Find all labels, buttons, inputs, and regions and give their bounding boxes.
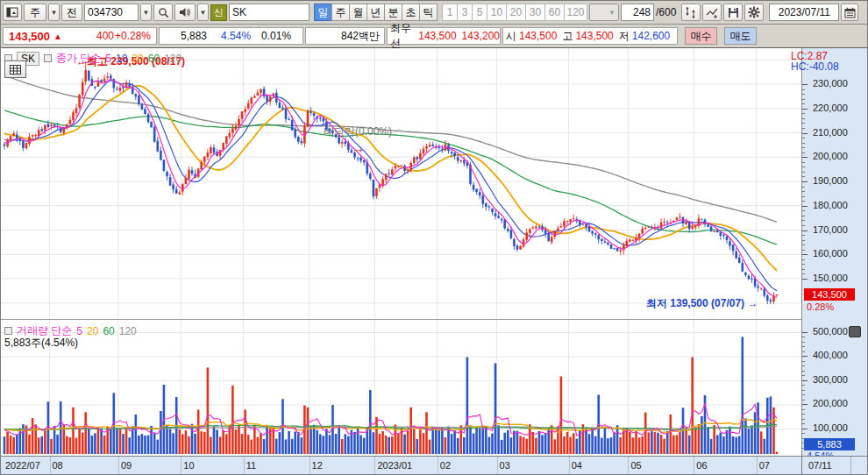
date-input[interactable]: 2023/07/11 [769, 4, 839, 21]
period-button-틱[interactable]: 틱 [419, 4, 438, 21]
price-axis-label: 180,000 [813, 200, 848, 210]
vol-ma60: 60 [103, 325, 114, 337]
custom-period-select[interactable]: ▼ [589, 4, 619, 21]
volume-axis-minor-tick [802, 342, 805, 343]
candles [4, 61, 779, 305]
price-axis-minor-tick [802, 118, 805, 119]
buy-button[interactable]: 매수 [685, 27, 717, 45]
volume-axis-minor-tick [802, 419, 805, 420]
volume-value: 5,883 [181, 30, 207, 42]
legend-checkbox-icon[interactable] [44, 54, 52, 62]
volume-settings-icon[interactable] [849, 326, 861, 337]
price-legend: SK 종가 단순 5 10 20 60 120 [4, 51, 181, 66]
legend-checkbox-icon[interactable] [4, 327, 12, 335]
sell-button[interactable]: 매도 [724, 27, 757, 45]
volume-axis-label: 100,000 [813, 422, 848, 433]
date-axis-separator [497, 457, 498, 475]
chart-grid-tool-button[interactable] [4, 60, 26, 78]
volume-axis-minor-tick [802, 365, 805, 366]
stock-code-input[interactable]: 034730 [84, 4, 139, 21]
lowest-price-annotation: 최저 139,500 (07/07) → [646, 296, 758, 311]
price-axis-minor-tick [802, 225, 805, 226]
price-axis-label: 190,000 [813, 175, 848, 186]
minute-button-120[interactable]: 120 [564, 4, 587, 21]
stock-chart-window: 주 ▼ 전 034730 ▼ ▼ 신 SK 일주월년분초틱 1351020306… [0, 0, 868, 475]
minute-button-30[interactable]: 30 [525, 4, 545, 21]
price-axis-label: 170,000 [813, 224, 848, 235]
price-axis-minor-tick [802, 99, 805, 100]
period-button-월[interactable]: 월 [349, 4, 367, 21]
price-axis-minor-tick [802, 210, 805, 211]
settings-gear-icon[interactable] [744, 4, 764, 21]
price-axis-tick [802, 84, 808, 85]
price-axis-minor-tick [802, 216, 805, 216]
minute-button-60[interactable]: 60 [544, 4, 565, 21]
date-axis-label-06: 06 [696, 460, 707, 471]
minute-button-5[interactable]: 5 [472, 4, 487, 21]
vol-ma120: 120 [119, 325, 137, 337]
minute-button-20[interactable]: 20 [506, 4, 526, 21]
volume-axis-minor-tick [802, 423, 805, 424]
price-axis-minor-tick [802, 245, 805, 245]
date-axis-separator [309, 457, 310, 475]
legend-ma10: 10 [116, 53, 127, 65]
up-arrow-icon: ▲ [53, 32, 62, 41]
minute-button-3[interactable]: 3 [457, 4, 473, 21]
price-axis-minor-tick [802, 89, 805, 90]
minute-button-1[interactable]: 1 [442, 4, 458, 21]
stock-type-button[interactable]: 주 [24, 4, 46, 21]
speaker-dropdown-icon[interactable]: ▼ [197, 4, 209, 21]
chart-area[interactable]: SK 종가 단순 5 10 20 60 120 ←최고 239,500 (08/… [1, 48, 868, 475]
price-axis-label: 200,000 [813, 151, 848, 161]
price-axis-tick [802, 279, 808, 280]
volume-axis-tick [802, 356, 808, 357]
open-label: 시 [506, 29, 516, 44]
minute-button-10[interactable]: 10 [487, 4, 507, 21]
speaker-icon[interactable] [174, 4, 196, 21]
period-button-초[interactable]: 초 [402, 4, 420, 21]
volume-axis-minor-tick [802, 371, 805, 372]
price-axis-minor-tick [802, 94, 805, 95]
prev-stock-button[interactable]: 전 [61, 4, 82, 21]
trade-value: 842백만 [341, 29, 380, 44]
volume-axis-minor-tick [802, 375, 805, 376]
current-price-pct: 0.28% [807, 301, 834, 312]
ohl-box: 시 143,500 고 143,500 저 142,600 [502, 27, 678, 45]
price-panel[interactable] [1, 48, 801, 318]
volume-axis-minor-tick [802, 385, 805, 386]
period-button-년[interactable]: 년 [366, 4, 385, 21]
legend-ma120: 120 [164, 53, 181, 65]
calendar-icon[interactable] [841, 4, 858, 21]
date-axis-label-08: 08 [53, 460, 63, 471]
period-button-분[interactable]: 분 [384, 4, 402, 21]
volume-axis-tick [802, 332, 808, 333]
period-button-주[interactable]: 주 [331, 4, 350, 21]
save-icon[interactable] [723, 4, 743, 21]
volume-axis-minor-tick [802, 443, 805, 443]
price-axis-minor-tick [802, 113, 805, 114]
date-axis-label-02: 02 [440, 460, 451, 471]
price-axis-minor-tick [802, 264, 805, 265]
volume-axis-minor-tick [802, 433, 805, 434]
price-axis-label: 230,000 [813, 78, 848, 89]
volume-panel[interactable] [1, 319, 801, 456]
date-axis-separator [118, 457, 119, 475]
stock-type-dropdown-icon[interactable]: ▼ [48, 4, 60, 21]
stock-name-field: SK [229, 4, 309, 21]
search-icon[interactable] [153, 4, 173, 21]
legend-ma20: 20 [132, 53, 143, 65]
bar-count-input[interactable]: 248 [621, 4, 654, 21]
best-quote-label: 최우선 [390, 21, 414, 51]
period-button-일[interactable]: 일 [314, 4, 332, 21]
price-change-box: 143,500 ▲ 400 +0.28% [3, 27, 157, 45]
code-dropdown-icon[interactable]: ▼ [140, 4, 152, 21]
trendline-tool-icon[interactable] [702, 4, 722, 21]
date-axis-separator [438, 457, 438, 475]
date-axis-label-09: 09 [121, 460, 132, 471]
price-axis-minor-tick [802, 269, 805, 270]
date-axis-separator [181, 457, 181, 475]
current-price: 143,500 [9, 30, 50, 43]
window-panel-icon[interactable] [3, 4, 22, 21]
compare-arrows-icon[interactable] [681, 4, 701, 21]
volume-axis-minor-tick [802, 438, 805, 439]
